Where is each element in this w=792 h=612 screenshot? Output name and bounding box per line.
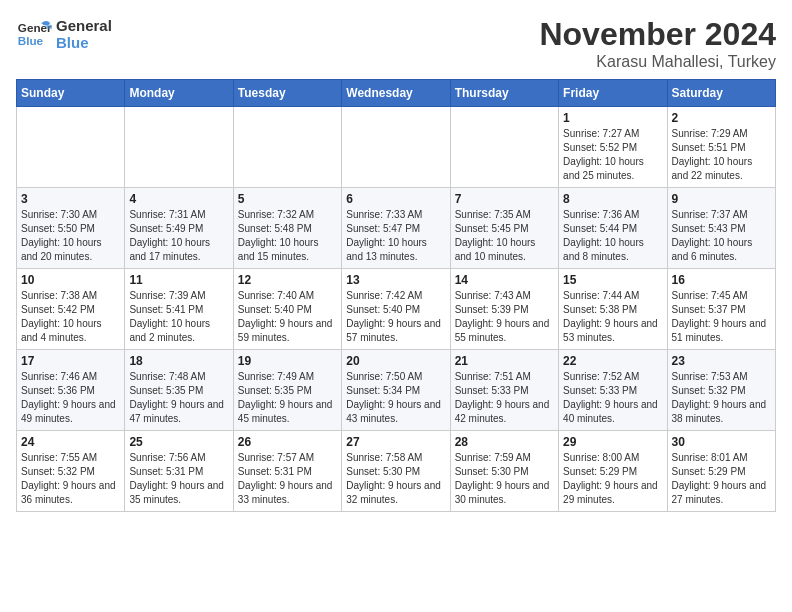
day-number-7: 7	[455, 192, 554, 206]
day-number-2: 2	[672, 111, 771, 125]
day-info-18: Sunrise: 7:48 AM Sunset: 5:35 PM Dayligh…	[129, 370, 228, 426]
day-info-14: Sunrise: 7:43 AM Sunset: 5:39 PM Dayligh…	[455, 289, 554, 345]
logo-general: General	[56, 17, 112, 34]
day-info-8: Sunrise: 7:36 AM Sunset: 5:44 PM Dayligh…	[563, 208, 662, 264]
empty-cell	[233, 107, 341, 188]
day-info-24: Sunrise: 7:55 AM Sunset: 5:32 PM Dayligh…	[21, 451, 120, 507]
weekday-header-row: SundayMondayTuesdayWednesdayThursdayFrid…	[17, 80, 776, 107]
day-info-27: Sunrise: 7:58 AM Sunset: 5:30 PM Dayligh…	[346, 451, 445, 507]
header: General Blue General Blue November 2024 …	[16, 16, 776, 71]
day-cell-18: 18Sunrise: 7:48 AM Sunset: 5:35 PM Dayli…	[125, 350, 233, 431]
svg-text:Blue: Blue	[18, 34, 44, 47]
day-number-11: 11	[129, 273, 228, 287]
weekday-header-wednesday: Wednesday	[342, 80, 450, 107]
week-row-0: 1Sunrise: 7:27 AM Sunset: 5:52 PM Daylig…	[17, 107, 776, 188]
weekday-header-tuesday: Tuesday	[233, 80, 341, 107]
day-info-2: Sunrise: 7:29 AM Sunset: 5:51 PM Dayligh…	[672, 127, 771, 183]
day-cell-26: 26Sunrise: 7:57 AM Sunset: 5:31 PM Dayli…	[233, 431, 341, 512]
day-cell-6: 6Sunrise: 7:33 AM Sunset: 5:47 PM Daylig…	[342, 188, 450, 269]
day-cell-21: 21Sunrise: 7:51 AM Sunset: 5:33 PM Dayli…	[450, 350, 558, 431]
day-number-26: 26	[238, 435, 337, 449]
day-cell-14: 14Sunrise: 7:43 AM Sunset: 5:39 PM Dayli…	[450, 269, 558, 350]
day-number-15: 15	[563, 273, 662, 287]
calendar-table: SundayMondayTuesdayWednesdayThursdayFrid…	[16, 79, 776, 512]
day-info-7: Sunrise: 7:35 AM Sunset: 5:45 PM Dayligh…	[455, 208, 554, 264]
month-title: November 2024	[539, 16, 776, 53]
day-number-4: 4	[129, 192, 228, 206]
day-cell-17: 17Sunrise: 7:46 AM Sunset: 5:36 PM Dayli…	[17, 350, 125, 431]
day-cell-4: 4Sunrise: 7:31 AM Sunset: 5:49 PM Daylig…	[125, 188, 233, 269]
day-info-6: Sunrise: 7:33 AM Sunset: 5:47 PM Dayligh…	[346, 208, 445, 264]
week-row-3: 17Sunrise: 7:46 AM Sunset: 5:36 PM Dayli…	[17, 350, 776, 431]
day-number-6: 6	[346, 192, 445, 206]
day-cell-7: 7Sunrise: 7:35 AM Sunset: 5:45 PM Daylig…	[450, 188, 558, 269]
day-info-25: Sunrise: 7:56 AM Sunset: 5:31 PM Dayligh…	[129, 451, 228, 507]
logo: General Blue General Blue	[16, 16, 112, 52]
day-cell-27: 27Sunrise: 7:58 AM Sunset: 5:30 PM Dayli…	[342, 431, 450, 512]
day-number-3: 3	[21, 192, 120, 206]
day-info-28: Sunrise: 7:59 AM Sunset: 5:30 PM Dayligh…	[455, 451, 554, 507]
day-number-13: 13	[346, 273, 445, 287]
empty-cell	[17, 107, 125, 188]
day-cell-11: 11Sunrise: 7:39 AM Sunset: 5:41 PM Dayli…	[125, 269, 233, 350]
day-cell-13: 13Sunrise: 7:42 AM Sunset: 5:40 PM Dayli…	[342, 269, 450, 350]
day-number-10: 10	[21, 273, 120, 287]
day-number-12: 12	[238, 273, 337, 287]
day-number-1: 1	[563, 111, 662, 125]
day-cell-23: 23Sunrise: 7:53 AM Sunset: 5:32 PM Dayli…	[667, 350, 775, 431]
day-number-25: 25	[129, 435, 228, 449]
day-number-20: 20	[346, 354, 445, 368]
day-info-3: Sunrise: 7:30 AM Sunset: 5:50 PM Dayligh…	[21, 208, 120, 264]
weekday-header-saturday: Saturday	[667, 80, 775, 107]
weekday-header-monday: Monday	[125, 80, 233, 107]
day-cell-16: 16Sunrise: 7:45 AM Sunset: 5:37 PM Dayli…	[667, 269, 775, 350]
day-cell-8: 8Sunrise: 7:36 AM Sunset: 5:44 PM Daylig…	[559, 188, 667, 269]
day-cell-24: 24Sunrise: 7:55 AM Sunset: 5:32 PM Dayli…	[17, 431, 125, 512]
day-info-10: Sunrise: 7:38 AM Sunset: 5:42 PM Dayligh…	[21, 289, 120, 345]
day-info-21: Sunrise: 7:51 AM Sunset: 5:33 PM Dayligh…	[455, 370, 554, 426]
weekday-header-friday: Friday	[559, 80, 667, 107]
day-cell-1: 1Sunrise: 7:27 AM Sunset: 5:52 PM Daylig…	[559, 107, 667, 188]
day-cell-25: 25Sunrise: 7:56 AM Sunset: 5:31 PM Dayli…	[125, 431, 233, 512]
day-number-5: 5	[238, 192, 337, 206]
empty-cell	[342, 107, 450, 188]
day-info-15: Sunrise: 7:44 AM Sunset: 5:38 PM Dayligh…	[563, 289, 662, 345]
day-number-29: 29	[563, 435, 662, 449]
day-number-17: 17	[21, 354, 120, 368]
day-number-27: 27	[346, 435, 445, 449]
day-info-13: Sunrise: 7:42 AM Sunset: 5:40 PM Dayligh…	[346, 289, 445, 345]
day-number-21: 21	[455, 354, 554, 368]
day-info-30: Sunrise: 8:01 AM Sunset: 5:29 PM Dayligh…	[672, 451, 771, 507]
day-info-17: Sunrise: 7:46 AM Sunset: 5:36 PM Dayligh…	[21, 370, 120, 426]
day-number-28: 28	[455, 435, 554, 449]
day-cell-19: 19Sunrise: 7:49 AM Sunset: 5:35 PM Dayli…	[233, 350, 341, 431]
day-info-1: Sunrise: 7:27 AM Sunset: 5:52 PM Dayligh…	[563, 127, 662, 183]
day-info-4: Sunrise: 7:31 AM Sunset: 5:49 PM Dayligh…	[129, 208, 228, 264]
logo-icon: General Blue	[16, 16, 52, 52]
day-info-5: Sunrise: 7:32 AM Sunset: 5:48 PM Dayligh…	[238, 208, 337, 264]
day-number-9: 9	[672, 192, 771, 206]
day-cell-28: 28Sunrise: 7:59 AM Sunset: 5:30 PM Dayli…	[450, 431, 558, 512]
weekday-header-sunday: Sunday	[17, 80, 125, 107]
day-cell-15: 15Sunrise: 7:44 AM Sunset: 5:38 PM Dayli…	[559, 269, 667, 350]
day-info-16: Sunrise: 7:45 AM Sunset: 5:37 PM Dayligh…	[672, 289, 771, 345]
day-info-26: Sunrise: 7:57 AM Sunset: 5:31 PM Dayligh…	[238, 451, 337, 507]
day-info-22: Sunrise: 7:52 AM Sunset: 5:33 PM Dayligh…	[563, 370, 662, 426]
day-number-8: 8	[563, 192, 662, 206]
location-title: Karasu Mahallesi, Turkey	[539, 53, 776, 71]
day-info-11: Sunrise: 7:39 AM Sunset: 5:41 PM Dayligh…	[129, 289, 228, 345]
day-number-22: 22	[563, 354, 662, 368]
day-info-29: Sunrise: 8:00 AM Sunset: 5:29 PM Dayligh…	[563, 451, 662, 507]
day-cell-5: 5Sunrise: 7:32 AM Sunset: 5:48 PM Daylig…	[233, 188, 341, 269]
week-row-2: 10Sunrise: 7:38 AM Sunset: 5:42 PM Dayli…	[17, 269, 776, 350]
title-area: November 2024 Karasu Mahallesi, Turkey	[539, 16, 776, 71]
day-cell-30: 30Sunrise: 8:01 AM Sunset: 5:29 PM Dayli…	[667, 431, 775, 512]
day-cell-29: 29Sunrise: 8:00 AM Sunset: 5:29 PM Dayli…	[559, 431, 667, 512]
day-number-19: 19	[238, 354, 337, 368]
day-info-20: Sunrise: 7:50 AM Sunset: 5:34 PM Dayligh…	[346, 370, 445, 426]
empty-cell	[450, 107, 558, 188]
day-number-14: 14	[455, 273, 554, 287]
day-cell-22: 22Sunrise: 7:52 AM Sunset: 5:33 PM Dayli…	[559, 350, 667, 431]
day-cell-20: 20Sunrise: 7:50 AM Sunset: 5:34 PM Dayli…	[342, 350, 450, 431]
empty-cell	[125, 107, 233, 188]
